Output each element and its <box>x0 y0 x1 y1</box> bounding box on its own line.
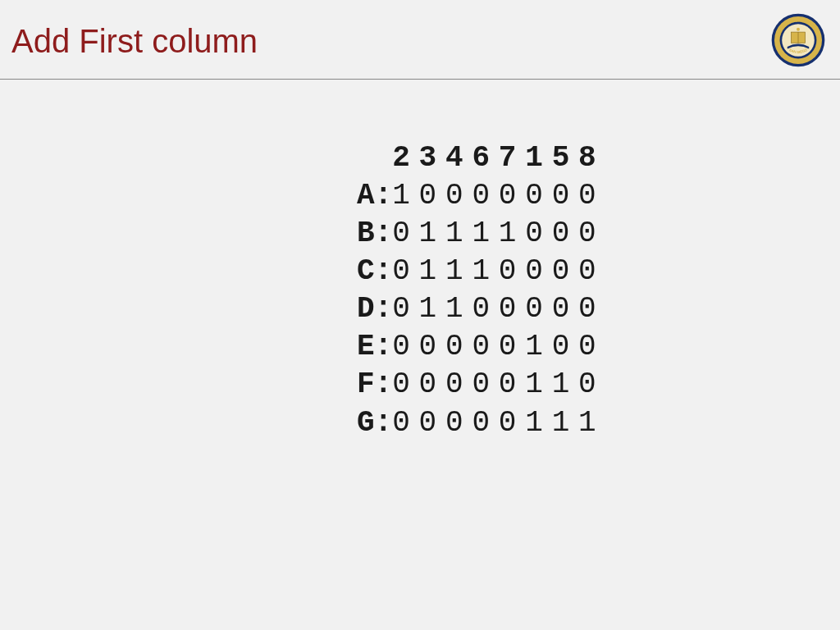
row-values: 00000111 <box>392 406 605 440</box>
row-values: 01111000 <box>392 217 605 250</box>
row-label: E: <box>357 328 392 366</box>
header-bar: Add First column UNIVERSITY OF CALIFORNI… <box>0 0 840 80</box>
row-label: C: <box>357 253 392 290</box>
row-label: B: <box>357 215 392 253</box>
page-title: Add First column <box>11 23 258 60</box>
matrix-block: 23467158 A:10000000B:01111000C:01110000D… <box>357 139 605 442</box>
svg-point-6 <box>797 28 800 31</box>
row-values: 00000110 <box>392 368 605 401</box>
column-headers: 23467158 <box>392 141 605 175</box>
row-label: A: <box>357 177 392 215</box>
row-label: D: <box>357 290 392 328</box>
row-values: 01110000 <box>392 254 605 288</box>
matrix-row: F:00000110 <box>357 366 605 404</box>
column-header-row: 23467158 <box>357 139 605 177</box>
row-label: G: <box>357 404 392 442</box>
matrix-row: B:01111000 <box>357 215 605 253</box>
matrix-row: C:01110000 <box>357 253 605 290</box>
row-values: 01100000 <box>392 292 605 326</box>
matrix-row: E:00000100 <box>357 328 605 366</box>
university-seal-icon: UNIVERSITY OF CALIFORNIA · SAN DIEGO · <box>771 13 825 67</box>
matrix-row: A:10000000 <box>357 177 605 215</box>
row-values: 00000100 <box>392 330 605 363</box>
row-values: 10000000 <box>392 179 605 212</box>
matrix-row: G:00000111 <box>357 404 605 442</box>
row-label: F: <box>357 366 392 404</box>
matrix-row: D:01100000 <box>357 290 605 328</box>
